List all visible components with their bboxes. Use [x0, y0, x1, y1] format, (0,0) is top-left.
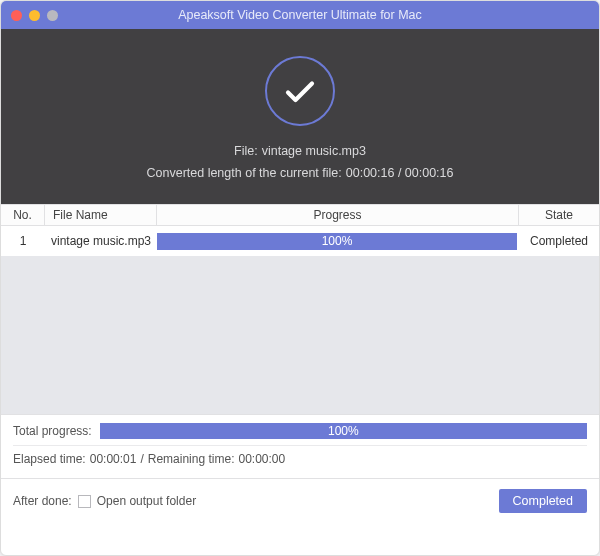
table-row[interactable]: 1 vintage music.mp3 100% Completed — [1, 226, 599, 256]
checkmark-icon — [265, 56, 335, 126]
cell-no: 1 — [1, 234, 45, 248]
minimize-icon[interactable] — [29, 10, 40, 21]
total-progress-line: Total progress: 100% — [13, 423, 587, 446]
cell-state: Completed — [519, 234, 599, 248]
close-icon[interactable] — [11, 10, 22, 21]
col-header-no: No. — [1, 205, 45, 225]
total-progress-label: Total progress: — [13, 424, 92, 438]
titlebar: Apeaksoft Video Converter Ultimate for M… — [1, 1, 599, 29]
total-progress-bar: 100% — [100, 423, 587, 439]
table-header: No. File Name Progress State — [1, 204, 599, 226]
window-title: Apeaksoft Video Converter Ultimate for M… — [1, 8, 599, 22]
file-name: vintage music.mp3 — [262, 144, 366, 158]
remaining-value: 00:00:00 — [238, 452, 285, 466]
open-output-checkbox[interactable] — [78, 495, 91, 508]
completed-button[interactable]: Completed — [499, 489, 587, 513]
time-line: Elapsed time: 00:00:01 / Remaining time:… — [13, 446, 587, 472]
table-body: 1 vintage music.mp3 100% Completed — [1, 226, 599, 414]
total-progress-track: 100% — [100, 423, 587, 439]
open-output-label[interactable]: Open output folder — [97, 494, 196, 508]
converted-length-line: Converted length of the current file: 00… — [147, 166, 454, 180]
after-done-line: After done: Open output folder Completed — [1, 478, 599, 525]
status-panel: File: vintage music.mp3 Converted length… — [1, 29, 599, 204]
elapsed-label: Elapsed time: — [13, 452, 86, 466]
traffic-lights — [11, 10, 58, 21]
converted-label: Converted length of the current file: — [147, 166, 342, 180]
elapsed-value: 00:00:01 — [90, 452, 137, 466]
col-header-filename: File Name — [45, 205, 157, 225]
row-progress-bar: 100% — [157, 233, 517, 250]
file-label: File: — [234, 144, 258, 158]
app-window: Apeaksoft Video Converter Ultimate for M… — [0, 0, 600, 556]
remaining-label: Remaining time: — [148, 452, 235, 466]
col-header-state: State — [519, 205, 599, 225]
after-done-label: After done: — [13, 494, 72, 508]
footer-summary: Total progress: 100% Elapsed time: 00:00… — [1, 414, 599, 478]
converted-value: 00:00:16 / 00:00:16 — [346, 166, 454, 180]
cell-progress: 100% — [157, 233, 519, 250]
time-separator: / — [140, 452, 143, 466]
current-file-line: File: vintage music.mp3 — [234, 144, 366, 158]
col-header-progress: Progress — [157, 205, 519, 225]
maximize-icon[interactable] — [47, 10, 58, 21]
cell-filename: vintage music.mp3 — [45, 234, 157, 248]
